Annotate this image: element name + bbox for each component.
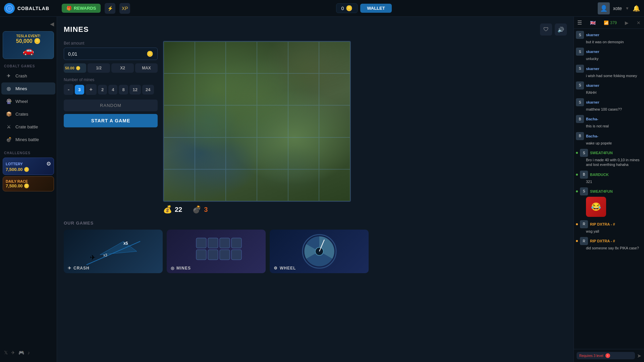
main-content: MINES 🛡 🔊 Bet amount 0,01 🪙 50.00 🪙 [57,17,574,362]
xp-button[interactable]: XP [119,3,130,14]
map-cell[interactable] [195,137,226,169]
map-cell[interactable] [319,42,350,73]
map-cell[interactable] [288,169,319,201]
plus-button[interactable]: + [86,84,97,95]
map-cell[interactable] [257,105,288,137]
chat-message: S skarner RAHH [576,81,642,95]
mines-map: 💰 22 💣 3 [163,41,567,214]
map-cell[interactable] [226,42,257,73]
map-cell[interactable] [195,42,226,73]
mines-icon: ◎ [5,85,12,92]
user-name: xote [613,6,622,11]
chat-user-row: B Bacha- [576,115,642,123]
map-grid[interactable] [163,41,351,202]
notification-bell[interactable]: 🔔 [633,5,640,12]
map-cell[interactable] [195,169,226,201]
map-cell[interactable] [164,137,195,169]
map-cell[interactable] [257,42,288,73]
mines-card-text: MINES [176,266,191,270]
wheel-game-card[interactable]: ⚙ WHEEL [270,230,369,273]
games-grid: x5 x3 ✈ ✈ CRASH [64,230,567,273]
chat-expand-button[interactable]: ▶ [625,20,629,25]
map-cell[interactable] [164,169,195,201]
map-cell[interactable] [319,73,350,105]
map-cell[interactable] [226,169,257,201]
mines-game-card[interactable]: ◎ MINES [167,230,266,273]
chat-text: wsg yall [576,229,642,234]
svg-rect-8 [208,238,218,248]
map-cell[interactable] [195,73,226,105]
map-cell[interactable] [195,105,226,137]
max-button[interactable]: MAX [135,63,158,73]
count-value[interactable]: 3 [75,85,84,95]
count-2[interactable]: 2 [98,85,107,95]
chat-send-button[interactable]: ➤ [637,353,641,359]
map-cell[interactable] [288,105,319,137]
map-cell[interactable] [164,42,195,73]
chat-list-icon[interactable]: ☰ [577,19,582,26]
crash-card-text: CRASH [73,266,90,270]
map-cell[interactable] [288,42,319,73]
map-cell[interactable] [164,105,195,137]
sidebar-item-mines[interactable]: ◎ Mines [1,82,55,95]
preset-amount-button[interactable]: 50.00 🪙 [64,63,86,73]
rewards-button[interactable]: 🎁 REWARDS [62,4,101,13]
mines-battle-icon: 💣 [5,136,12,143]
sound-button[interactable]: 🔊 [555,23,567,36]
svg-point-1 [8,7,11,10]
map-cell[interactable] [288,137,319,169]
count-4[interactable]: 4 [108,85,117,95]
collapse-sidebar-button[interactable]: ◀ [50,21,54,27]
twitter-icon[interactable]: 𝕏 [4,350,8,355]
sidebar-item-crate-battle[interactable]: ⚔ Crate battle [1,121,55,133]
start-game-button[interactable]: START A GAME [64,114,158,127]
tiktok-icon[interactable]: ♪ [28,350,30,355]
shield-button[interactable]: 🛡 [540,23,552,36]
tesla-event-banner[interactable]: TESLA EVENT! 50,000 🪙 🚗 [3,31,54,59]
lottery-coin: 🪙 [24,167,29,172]
challenges-label: CHALLENGES [0,148,57,156]
sidebar-item-crates[interactable]: 📦 Crates [1,108,55,120]
map-cell[interactable] [226,105,257,137]
count-8[interactable]: 8 [119,85,128,95]
crash-game-card[interactable]: x5 x3 ✈ ✈ CRASH [64,230,163,273]
safe-icon: 💰 [163,205,172,214]
map-cell[interactable] [319,105,350,137]
map-cell[interactable] [319,137,350,169]
random-button[interactable]: RANDOM [64,100,158,111]
double-button[interactable]: X2 [111,63,134,73]
preset-coin-icon: 🪙 [76,66,80,70]
svg-rect-14 [231,250,241,260]
lottery-challenge-card[interactable]: LOTTERY ⚙ 7,500.00 🪙 [3,158,54,175]
map-cell[interactable] [257,73,288,105]
half-button[interactable]: 1/2 [88,63,110,73]
online-number: 379 [610,20,617,25]
wheel-card-icon: ⚙ [274,266,278,270]
sidebar-item-wheel[interactable]: 🎡 Wheel [1,95,55,107]
chat-username: skarner [586,50,599,54]
sidebar-item-mines-battle[interactable]: 💣 Mines battle [1,133,55,145]
chat-close-button[interactable]: ✕ [637,20,641,25]
logo-area: COBALTLAB [4,3,58,14]
discord-icon[interactable]: 🎮 [18,350,24,355]
map-cell[interactable] [164,73,195,105]
daily-race-card[interactable]: DAILY RACE 7,500.00 🪙 [3,176,54,191]
lightning-button[interactable]: ⚡ [105,3,115,14]
signal-icon: 📶 [604,20,609,25]
map-cell[interactable] [257,169,288,201]
mines-title: MINES [64,25,89,34]
map-cell[interactable] [288,73,319,105]
map-cell[interactable] [319,169,350,201]
count-24[interactable]: 24 [142,85,154,95]
sidebar-item-crash[interactable]: ✈ Crash [1,70,55,82]
minus-button[interactable]: - [64,84,73,95]
chat-message: B BARDUCK 321 [576,171,642,184]
count-12[interactable]: 12 [129,85,141,95]
wallet-button[interactable]: WALLET [360,4,391,13]
telegram-icon[interactable]: ✈ [11,350,15,355]
map-cell[interactable] [226,73,257,105]
user-dropdown-icon[interactable]: ▼ [625,6,629,11]
wheel-card-text: WHEEL [280,266,296,270]
map-cell[interactable] [257,137,288,169]
map-cell[interactable] [226,137,257,169]
